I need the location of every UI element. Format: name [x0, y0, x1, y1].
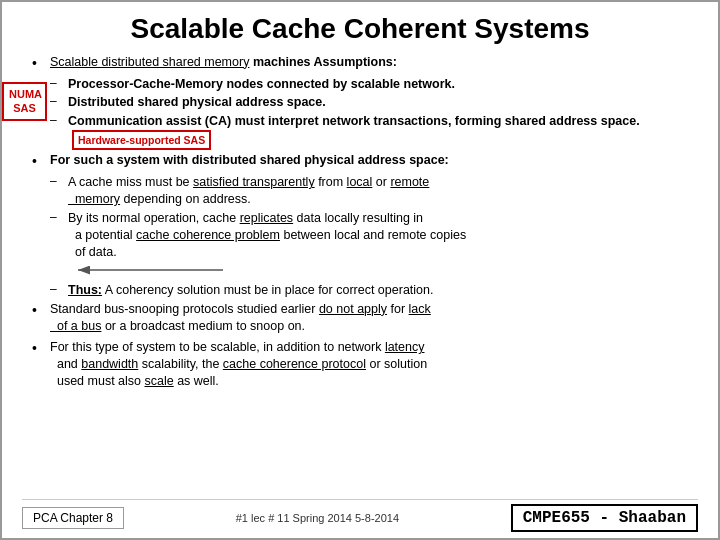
bullet-dot-4: • — [32, 339, 50, 356]
bullet-2: • For such a system with distributed sha… — [32, 152, 698, 169]
bullet-3-text: Standard bus-snooping protocols studied … — [50, 301, 698, 335]
arrow-svg — [68, 261, 228, 279]
footer-course: CMPE655 - Shaaban — [511, 504, 698, 532]
arrow-container — [68, 261, 698, 279]
hw-badge: Hardware-supported SAS — [72, 130, 211, 150]
bullet-3: • Standard bus-snooping protocols studie… — [32, 301, 698, 335]
footer-chapter: PCA Chapter 8 — [22, 507, 124, 529]
slide-title: Scalable Cache Coherent Systems — [22, 12, 698, 46]
numa-badge: NUMA SAS — [2, 82, 47, 121]
sub-item-2-2: – By its normal operation, cache replica… — [50, 210, 698, 261]
bullet-4-text: For this type of system to be scalable, … — [50, 339, 698, 390]
sub-item-1-3: – Communication assist (CA) must interpr… — [50, 113, 698, 150]
bullet-dot-1: • — [32, 54, 50, 71]
bullet-1-text: Scalable distributed shared memory machi… — [50, 54, 698, 71]
bullet-4: • For this type of system to be scalable… — [32, 339, 698, 390]
footer: PCA Chapter 8 #1 lec # 11 Spring 2014 5-… — [22, 499, 698, 532]
sub-item-1-2: – Distributed shared physical address sp… — [50, 94, 698, 111]
bullet-1-subs: – Processor-Cache-Memory nodes connected… — [50, 76, 698, 151]
sub-item-2-1: – A cache miss must be satisfied transpa… — [50, 174, 698, 208]
bullet-2-text: For such a system with distributed share… — [50, 152, 698, 169]
bullet-dot-2: • — [32, 152, 50, 169]
sub-item-1-1: – Processor-Cache-Memory nodes connected… — [50, 76, 698, 93]
slide-content: • Scalable distributed shared memory mac… — [22, 54, 698, 495]
slide: Scalable Cache Coherent Systems NUMA SAS… — [0, 0, 720, 540]
bullet-2-subs: – A cache miss must be satisfied transpa… — [50, 174, 698, 298]
sub-item-2-3: – Thus: A coherency solution must be in … — [50, 282, 698, 299]
footer-info: #1 lec # 11 Spring 2014 5-8-2014 — [236, 512, 399, 524]
bullet-dot-3: • — [32, 301, 50, 318]
bullet-1-underline: Scalable distributed shared memory — [50, 55, 249, 69]
bullet-1: • Scalable distributed shared memory mac… — [32, 54, 698, 71]
